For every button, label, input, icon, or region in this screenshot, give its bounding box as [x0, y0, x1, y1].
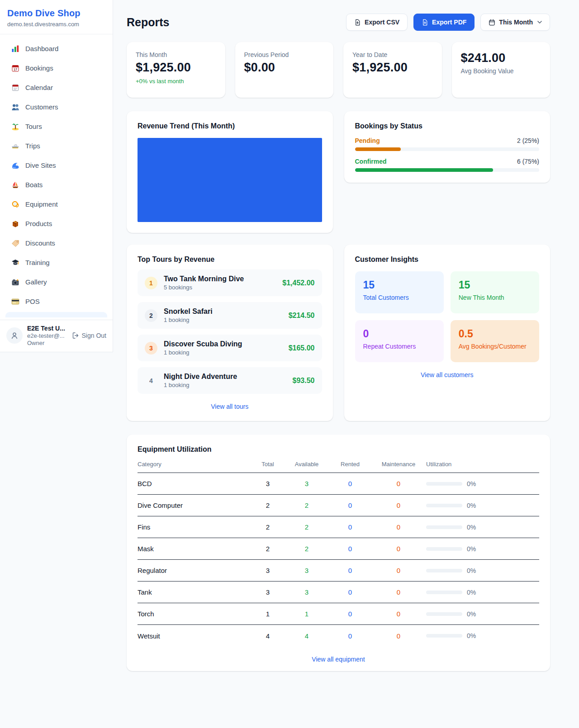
top-tours-card: Top Tours by Revenue 1 Two Tank Morning …	[127, 245, 333, 421]
tile-value: 15	[363, 279, 436, 291]
tour-bookings: 1 booking	[164, 317, 282, 323]
equipment-maintenance: 0	[371, 567, 426, 574]
bar-chart-icon	[11, 45, 19, 53]
stat-value: $1,925.00	[136, 61, 216, 75]
sidebar-item-customers[interactable]: Customers	[0, 97, 113, 117]
sidebar-active-item-partial[interactable]	[5, 312, 107, 317]
stat-value: $241.00	[461, 51, 541, 65]
table-row: BCD 3 3 0 0 0%	[138, 473, 539, 495]
sidebar-item-pos[interactable]: POS	[0, 292, 113, 311]
export-csv-button[interactable]: Export CSV	[346, 14, 408, 31]
camera-icon	[11, 278, 19, 286]
equipment-total: 1	[252, 610, 284, 618]
utilization-bar	[426, 547, 462, 551]
graduation-cap-icon	[11, 259, 19, 267]
stat-value: $0.00	[244, 61, 325, 75]
utilization-pct: 0%	[467, 524, 476, 531]
sidebar-item-trips[interactable]: Trips	[0, 136, 113, 156]
utilization-bar	[426, 504, 462, 507]
utilization-pct: 0%	[467, 632, 476, 639]
tile-label: Repeat Customers	[363, 343, 436, 350]
equipment-total: 3	[252, 567, 284, 574]
equipment-total: 2	[252, 501, 284, 509]
sidebar-item-products[interactable]: Products	[0, 214, 113, 233]
col-header-rented: Rented	[329, 461, 371, 468]
table-row: Dive Computer 2 2 0 0 0%	[138, 495, 539, 516]
customer-insights-title: Customer Insights	[355, 255, 540, 264]
calendar-icon	[489, 19, 495, 26]
tile-avg-bookings: 0.5 Avg Bookings/Customer	[451, 320, 539, 362]
equipment-available: 2	[284, 501, 329, 509]
view-all-customers-link[interactable]: View all customers	[355, 371, 540, 378]
equipment-category: Regulator	[138, 567, 252, 574]
stat-delta: +0% vs last month	[136, 78, 216, 85]
sidebar-item-label: Boats	[25, 181, 43, 189]
top-tours-title: Top Tours by Revenue	[138, 255, 322, 264]
stat-label: Previous Period	[244, 51, 325, 58]
utilization-bar	[426, 482, 462, 486]
col-header-category: Category	[138, 461, 252, 468]
export-pdf-label: Export PDF	[432, 19, 466, 26]
period-label: This Month	[499, 19, 533, 26]
stat-card-this-month: This Month $1,925.00 +0% vs last month	[127, 42, 225, 98]
sidebar-item-dive-sites[interactable]: Dive Sites	[0, 156, 113, 175]
stat-value: $1,925.00	[352, 61, 433, 75]
utilization-bar	[426, 569, 462, 572]
sidebar-item-equipment[interactable]: Equipment	[0, 194, 113, 214]
stat-cards: This Month $1,925.00 +0% vs last month P…	[127, 42, 550, 98]
export-pdf-button[interactable]: Export PDF	[413, 14, 475, 31]
sidebar-item-label: Bookings	[25, 64, 53, 72]
sidebar-item-discounts[interactable]: Discounts	[0, 233, 113, 253]
col-header-utilization: Utilization	[426, 461, 539, 468]
stat-card-avg-booking-value: $241.00 Avg Booking Value	[452, 42, 551, 98]
tour-row: 2 Snorkel Safari 1 booking $214.50	[138, 302, 322, 329]
utilization-pct: 0%	[467, 502, 476, 509]
table-row: Fins 2 2 0 0 0%	[138, 516, 539, 538]
equipment-maintenance: 0	[371, 545, 426, 553]
view-all-equipment-link[interactable]: View all equipment	[138, 656, 539, 663]
equipment-available: 4	[284, 632, 329, 640]
rank-badge: 4	[145, 374, 157, 387]
utilization-pct: 0%	[467, 480, 476, 487]
sidebar-item-training[interactable]: Training	[0, 253, 113, 272]
sidebar-item-boats[interactable]: Boats	[0, 175, 113, 194]
table-row: Tank 3 3 0 0 0%	[138, 581, 539, 603]
utilization-bar	[426, 612, 462, 616]
tour-row: 4 Night Dive Adventure 1 booking $93.50	[138, 367, 322, 394]
sign-out-label: Sign Out	[82, 332, 106, 339]
period-select[interactable]: This Month	[480, 14, 550, 31]
sidebar-nav: Dashboard 17 Bookings Calendar Customers…	[0, 34, 113, 320]
equipment-category: Wetsuit	[138, 632, 252, 640]
status-bar-fill	[355, 147, 401, 151]
chevron-down-icon	[537, 21, 542, 24]
page-title: Reports	[127, 16, 169, 29]
insights-row: Top Tours by Revenue 1 Two Tank Morning …	[127, 245, 550, 421]
sidebar-item-tours[interactable]: Tours	[0, 117, 113, 136]
status-label: Confirmed	[355, 158, 387, 165]
utilization-bar	[426, 525, 462, 529]
utilization-bar	[426, 591, 462, 594]
equipment-rented: 0	[329, 545, 371, 553]
bookings-by-status-title: Bookings by Status	[355, 122, 540, 130]
stat-card-year-to-date: Year to Date $1,925.00	[343, 42, 442, 98]
status-row-pending: Pending 2 (25%)	[355, 137, 540, 151]
tour-name: Discover Scuba Diving	[164, 340, 282, 348]
col-header-maintenance: Maintenance	[371, 461, 426, 468]
utilization-pct: 0%	[467, 589, 476, 596]
sidebar-item-dashboard[interactable]: Dashboard	[0, 39, 113, 58]
customer-insights-card: Customer Insights 15 Total Customers 15 …	[344, 245, 551, 421]
equipment-category: Fins	[138, 523, 252, 531]
view-all-tours-link[interactable]: View all tours	[138, 403, 322, 410]
equipment-rented: 0	[329, 588, 371, 596]
equipment-rented: 0	[329, 610, 371, 618]
sailboat-icon	[11, 181, 19, 189]
header-actions: Export CSV Export PDF This Month	[346, 14, 550, 31]
sidebar-item-gallery[interactable]: Gallery	[0, 272, 113, 292]
sidebar-item-calendar[interactable]: Calendar	[0, 78, 113, 97]
sign-out-button[interactable]: Sign Out	[72, 332, 106, 339]
sidebar-item-label: POS	[25, 298, 40, 305]
tile-value: 0	[363, 328, 436, 340]
sidebar-item-bookings[interactable]: 17 Bookings	[0, 58, 113, 78]
sidebar-item-label: Products	[25, 220, 52, 227]
insight-tiles: 15 Total Customers 15 New This Month 0 R…	[355, 271, 540, 362]
